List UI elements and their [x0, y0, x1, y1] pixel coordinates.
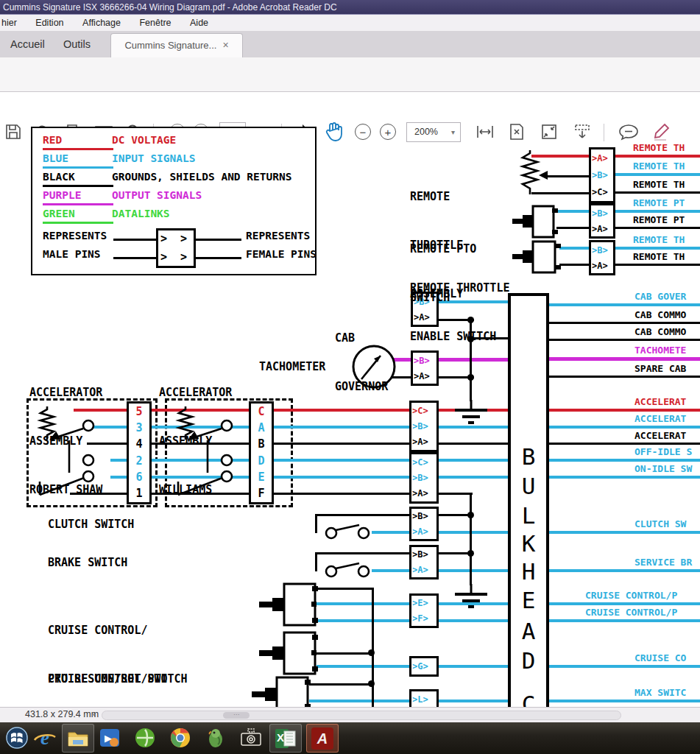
connector-pin: >B>	[411, 550, 436, 559]
label-brake-switch: BRAKE SWITCH	[48, 554, 127, 571]
toolbar-separator	[604, 124, 604, 141]
internet-explorer-icon[interactable]: e	[29, 724, 62, 753]
wire	[439, 531, 508, 534]
chrome-icon[interactable]	[165, 724, 197, 753]
connector-pin: >E>	[411, 599, 436, 607]
wire	[615, 264, 700, 266]
tab-outils[interactable]: Outils	[53, 31, 101, 57]
connector-pin: >A>	[411, 489, 436, 498]
legend-represents-left-2: MALE PINS	[43, 248, 101, 260]
green-app-icon[interactable]	[130, 724, 162, 753]
pin-letter: E	[251, 472, 272, 483]
connector-pin: >A>	[411, 437, 436, 446]
wire	[549, 322, 700, 324]
legend-color-swatch	[43, 222, 113, 224]
page-dimensions: 431.8 x 279.4 mm	[25, 709, 99, 719]
tab-accueil[interactable]: Accueil	[0, 31, 55, 57]
pin-number: 1	[129, 488, 149, 499]
zoom-in-button[interactable]: +	[380, 124, 396, 140]
wire-label: ACCELERAT	[634, 430, 686, 441]
wire	[549, 303, 700, 306]
wire	[439, 459, 508, 462]
fit-width-icon[interactable]	[475, 123, 495, 142]
cruise-onoff-toggle-symbol	[259, 630, 318, 676]
junction-dot	[467, 550, 474, 557]
toggle-switch-symbol	[512, 240, 561, 274]
connector-pin: >B>	[591, 209, 613, 218]
wire-label: SERVICE BR	[634, 557, 692, 568]
wire	[439, 665, 508, 668]
wire	[549, 459, 700, 462]
screenshot-tool-icon[interactable]	[236, 724, 268, 753]
hand-tool-icon[interactable]	[324, 121, 343, 140]
acrobat-reader-icon[interactable]: A	[306, 724, 339, 753]
junction-dot	[368, 680, 375, 687]
legend-color-name: GREEN	[43, 208, 75, 219]
scroll-left-icon[interactable]: ‹	[93, 709, 96, 719]
wire	[549, 569, 700, 572]
menu-fichier[interactable]: hier	[0, 15, 25, 31]
legend-line	[113, 239, 156, 241]
scroll-mode-icon[interactable]	[573, 123, 592, 142]
wire-label: REMOTE TH	[633, 251, 685, 262]
wire	[317, 552, 409, 554]
connector-pin: >A>	[591, 225, 613, 233]
connector: >B>>A>	[589, 203, 615, 239]
svg-text:▶: ▶	[105, 733, 112, 744]
wire	[317, 514, 409, 516]
label-clutch-switch: CLUTCH SWITCH	[48, 516, 134, 532]
connector-pin: >A>	[411, 566, 436, 574]
legend-represents-right-1: REPRESENTS	[246, 230, 310, 242]
wire-label: CLUTCH SW	[634, 518, 686, 529]
excel-icon[interactable]: X	[269, 724, 302, 753]
tab-document[interactable]: Cummins Signature...×	[110, 33, 243, 58]
menu-aide[interactable]: Aide	[182, 15, 216, 31]
connector: >G>	[409, 656, 439, 677]
fit-page-icon[interactable]	[508, 123, 527, 142]
wire	[549, 339, 700, 341]
comment-icon[interactable]	[618, 123, 637, 142]
menu-affichage[interactable]: Affichage	[74, 15, 129, 31]
status-bar: 431.8 x 279.4 mm ‹ ⋯	[0, 707, 700, 723]
williams-pin-strip: CABDEF	[249, 401, 274, 504]
legend-color-desc: INPUT SIGNALS	[112, 152, 196, 164]
wire-label: REMOTE TH	[633, 161, 685, 172]
connector-pin: >A>	[591, 261, 613, 270]
wire	[549, 531, 700, 534]
wire	[315, 552, 317, 571]
tab-close-icon[interactable]: ×	[222, 39, 228, 51]
window-titlebar[interactable]: Cummins Signature ISX 3666266-04 Wiring …	[0, 0, 700, 15]
legend-color-swatch	[43, 203, 113, 205]
legend-color-desc: OUTPUT SIGNALS	[112, 189, 202, 201]
legend-color-desc: GROUNDS, SHIELDS AND RETURNS	[112, 171, 291, 183]
scrollbar-thumb[interactable]: ⋯	[223, 712, 250, 719]
wire	[549, 426, 700, 429]
tab-document-label: Cummins Signature...	[124, 40, 216, 51]
menu-edition[interactable]: Edition	[27, 15, 71, 31]
connector-pin: >B>	[411, 422, 436, 431]
media-player-icon[interactable]: ▶	[94, 724, 127, 753]
pin-chevron: > >	[160, 232, 187, 245]
wire	[317, 619, 409, 622]
connector-pin: >G>	[411, 662, 436, 671]
highlight-pen-icon[interactable]	[651, 123, 670, 142]
wire-label: ACCELERAT	[634, 396, 686, 407]
wire	[549, 700, 700, 702]
wire	[470, 493, 472, 585]
wire	[317, 588, 373, 590]
zoom-out-button[interactable]: −	[355, 124, 371, 140]
zoom-level-select[interactable]: 200% ▾	[406, 122, 461, 142]
wire	[549, 665, 700, 668]
wire-label: CRUISE CONTROL/P	[585, 590, 677, 601]
fullscreen-icon[interactable]	[540, 123, 559, 142]
file-explorer-icon[interactable]	[62, 724, 94, 753]
pin-number: 5	[129, 406, 149, 417]
legend-box: RED DC VOLTAGE BLUE INPUT SIGNALS BLACK …	[31, 127, 317, 275]
label-accelerator-williams: ACCELERATOR ASSEMBLY WILLIAMS	[159, 352, 232, 530]
menu-fenetre[interactable]: Fenêtre	[131, 15, 179, 31]
horizontal-scrollbar[interactable]: ⋯	[102, 711, 621, 720]
bird-app-icon[interactable]	[200, 724, 233, 753]
connector-pin: >B>	[411, 512, 436, 521]
save-icon[interactable]	[4, 123, 24, 142]
toggle-switch-symbol	[512, 205, 558, 239]
